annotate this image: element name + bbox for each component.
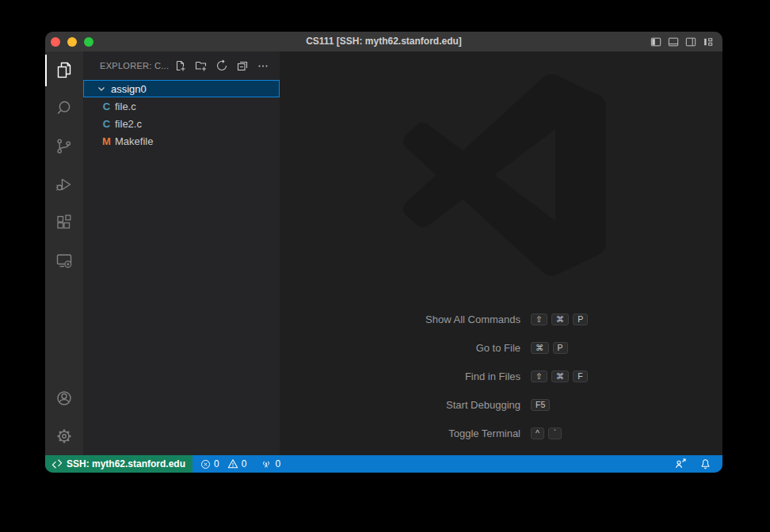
files-icon: [55, 61, 74, 80]
tree-item-file2-c[interactable]: C file2.c: [83, 115, 280, 132]
new-folder-icon[interactable]: [195, 59, 208, 72]
problems-indicator[interactable]: 0 0: [200, 458, 246, 469]
key-shift: ⇧: [531, 314, 547, 325]
source-control-icon: [55, 137, 74, 156]
activity-run-debug[interactable]: [45, 165, 83, 203]
chevron-down-icon: [95, 82, 108, 95]
key-p: P: [553, 342, 568, 354]
toggle-panel-icon[interactable]: [668, 36, 679, 48]
key-shift: ⇧: [531, 370, 547, 382]
activity-explorer[interactable]: [45, 51, 83, 89]
activity-settings[interactable]: [45, 417, 83, 455]
shortcut-label: Go to File: [280, 342, 520, 354]
activity-source-control[interactable]: [45, 127, 83, 165]
file-label: file2.c: [115, 118, 142, 130]
more-actions-icon[interactable]: [257, 59, 269, 72]
error-icon: [200, 459, 211, 469]
file-label: Makefile: [115, 135, 153, 147]
activity-bar: [45, 51, 83, 455]
remote-indicator[interactable]: SSH: myth62.stanford.edu: [45, 455, 192, 473]
warning-icon: [227, 458, 238, 469]
new-file-icon[interactable]: [174, 59, 187, 72]
explorer-header-title: EXPLORER: C...: [100, 61, 169, 70]
tree-item-file-c[interactable]: C file.c: [83, 97, 280, 115]
bell-icon[interactable]: [699, 458, 711, 470]
key-cmd: ⌘: [551, 314, 570, 325]
c-file-icon: C: [101, 118, 112, 130]
shortcut-label: Find in Files: [280, 370, 520, 382]
activity-extensions[interactable]: [45, 203, 83, 241]
activity-accounts[interactable]: [45, 379, 83, 417]
file-label: file.c: [115, 101, 136, 112]
ports-indicator[interactable]: 0: [261, 458, 280, 469]
watermark-shortcuts: Show All Commands ⇧ ⌘ P Go to File ⌘ P F…: [280, 305, 722, 447]
key-ctrl: ^: [531, 428, 544, 439]
key-f5: F5: [531, 399, 550, 411]
remote-label: SSH: myth62.stanford.edu: [67, 458, 185, 469]
status-bar: SSH: myth62.stanford.edu 0 0: [45, 455, 722, 473]
feedback-icon[interactable]: [674, 458, 687, 470]
toggle-secondary-sidebar-icon[interactable]: [685, 36, 696, 48]
titlebar[interactable]: CS111 [SSH: myth62.stanford.edu]: [45, 32, 722, 51]
vscode-window: CS111 [SSH: myth62.stanford.edu]: [45, 32, 722, 473]
collapse-all-icon[interactable]: [236, 59, 249, 72]
explorer-sidebar: EXPLORER: C...: [83, 51, 280, 455]
folder-label: assign0: [111, 83, 147, 95]
remote-explorer-icon: [55, 251, 74, 270]
ports-count: 0: [275, 458, 280, 469]
c-file-icon: C: [101, 101, 112, 112]
vscode-logo-watermark: [403, 74, 606, 276]
tree-item-makefile[interactable]: M Makefile: [83, 132, 280, 150]
key-backtick: `: [548, 428, 562, 439]
radio-tower-icon: [261, 458, 272, 469]
shortcut-label: Start Debugging: [280, 399, 520, 411]
account-icon: [55, 389, 74, 408]
remote-icon: [51, 458, 63, 469]
shortcut-label: Toggle Terminal: [280, 428, 520, 439]
key-cmd: ⌘: [531, 342, 549, 354]
extensions-icon: [55, 213, 74, 232]
editor-area: Show All Commands ⇧ ⌘ P Go to File ⌘ P F…: [280, 51, 722, 455]
key-p: P: [573, 314, 588, 325]
activity-remote-explorer[interactable]: [45, 241, 83, 279]
shortcut-label: Show All Commands: [280, 314, 520, 325]
key-f: F: [573, 370, 587, 382]
key-cmd: ⌘: [551, 370, 570, 382]
run-debug-icon: [55, 175, 74, 194]
toggle-sidebar-icon[interactable]: [650, 36, 661, 48]
activity-search[interactable]: [45, 89, 83, 127]
refresh-icon[interactable]: [215, 59, 228, 72]
warning-count: 0: [242, 458, 247, 469]
gear-icon: [55, 427, 74, 446]
window-title: CS111 [SSH: myth62.stanford.edu]: [45, 32, 722, 51]
search-icon: [55, 99, 74, 118]
error-count: 0: [214, 458, 219, 469]
customize-layout-icon[interactable]: [703, 36, 714, 48]
tree-item-assign0[interactable]: assign0: [83, 80, 280, 97]
makefile-icon: M: [101, 135, 112, 147]
